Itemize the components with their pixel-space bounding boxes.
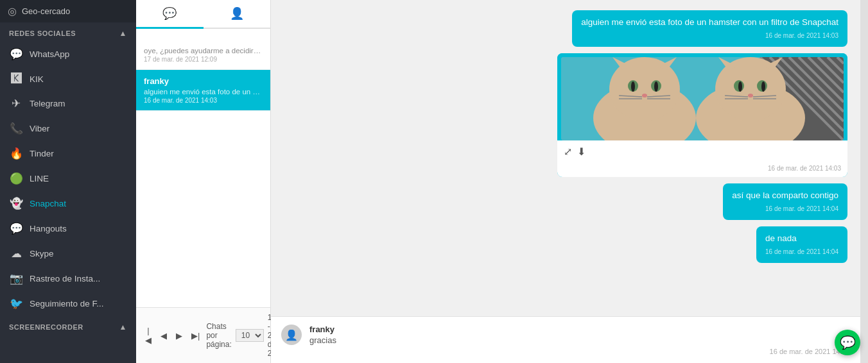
sidebar-item-label: KIK [30,74,44,84]
message-row: 👤 alguien me envió esta foto de un hamst… [284,10,847,47]
sidebar-item-follow[interactable]: 🐦 Seguimiento de F... [0,291,136,316]
chat-time: 16 de mar. de 2021 14:03 [144,97,263,104]
sidebar: ◎ Geo-cercado REDES SOCIALES ▲ 💬 WhatsAp… [0,0,136,363]
sidebar-item-kik[interactable]: 🅺 KIK [0,67,136,91]
reply-bar: 👤 franky gracias 16 de mar. de 2021 14:0… [271,316,860,363]
sidebar-item-snapchat[interactable]: 👻 Snapchat [0,191,136,216]
whatsapp-icon: 💬 [9,47,23,61]
section-social-header: REDES SOCIALES ▲ [0,22,136,42]
chat-name: franky [144,76,263,86]
contact-tab-icon: 👤 [230,6,244,21]
sidebar-item-label: WhatsApp [30,49,69,59]
sidebar-item-label: Seguimiento de F... [30,299,104,308]
image-container [557,53,847,140]
right-scrollbar[interactable] [860,0,868,363]
reply-content: franky gracias 16 de mar. de 2021 14:05 [309,325,850,355]
sidebar-item-telegram[interactable]: ✈ Telegram [0,91,136,116]
chevron-up-icon[interactable]: ▲ [119,29,127,38]
tab-contacts[interactable]: 👤 [204,0,271,29]
telegram-icon: ✈ [9,97,23,110]
chat-messages[interactable]: 👤 alguien me envió esta foto de un hamst… [271,0,860,316]
svg-point-19 [642,94,647,97]
reply-sender: franky [309,325,850,334]
chat-time: 17 de mar. de 2021 12:09 [144,56,263,63]
chat-list-tabs: 💬 👤 [136,0,270,29]
reply-avatar: 👤 [281,325,302,345]
viber-icon: 📞 [9,122,23,135]
sidebar-item-instagram[interactable]: 📷 Rastreo de Insta... [0,266,136,291]
svg-point-17 [631,81,635,92]
message-bubble: alguien me envió esta foto de un hamster… [572,10,847,47]
geo-icon: ◎ [8,5,17,17]
sidebar-item-label: Telegram [30,99,65,108]
expand-image-button[interactable]: ⤢ [564,146,572,158]
prev-page-button[interactable]: ◀ [158,330,169,342]
chat-list-footer: |◀ ◀ ▶ ▶| Chats por página: 10 1 - 2 de … [136,307,270,363]
sidebar-geo-item[interactable]: ◎ Geo-cercado [0,0,136,22]
sidebar-item-skype[interactable]: ☁ Skype [0,241,136,266]
main-area: 💬 👤 clara oye, ¿puedes ayudarme a decidi… [136,0,868,363]
floating-chat-button[interactable]: 💬 [835,330,860,355]
chat-name: clara [144,35,263,45]
message-row-3: así que la comparto contigo 16 de mar. d… [284,183,847,220]
skype-icon: ☁ [9,247,23,260]
sidebar-item-line[interactable]: 🟢 LINE [0,166,136,191]
sidebar-item-tinder[interactable]: 🔥 Tinder [0,141,136,166]
sidebar-item-label: Hangouts [30,224,67,233]
chat-preview: alguien me envió esta foto de un h... [144,88,263,96]
hangouts-icon: 💬 [9,222,23,235]
section-social-label: REDES SOCIALES [9,30,76,37]
download-image-button[interactable]: ⬇ [577,146,586,158]
svg-point-30 [738,81,742,92]
sidebar-item-hangouts[interactable]: 💬 Hangouts [0,216,136,241]
message-time-3: 16 de mar. de 2021 14:04 [732,205,838,214]
chat-list-scroll[interactable]: clara oye, ¿puedes ayudarme a decidir q.… [136,29,270,307]
cat-image [561,57,844,140]
chat-detail: 👤 alguien me envió esta foto de un hamst… [271,0,860,363]
geo-label: Geo-cercado [22,6,70,16]
sidebar-item-label: Skype [30,249,54,258]
chevron-up-icon-2[interactable]: ▲ [119,323,127,332]
next-page-button[interactable]: ▶ [173,330,185,342]
follow-icon: 🐦 [9,297,23,310]
sidebar-item-label: Tinder [30,149,54,158]
image-actions: ⤢ ⬇ [557,140,847,163]
kik-icon: 🅺 [9,72,23,85]
message-bubble-3: así que la comparto contigo 16 de mar. d… [723,183,847,220]
message-text-4: de nada [765,233,838,245]
chat-preview: oye, ¿puedes ayudarme a decidir q... [144,47,263,55]
image-time: 16 de mar. de 2021 14:03 [557,163,847,177]
sidebar-item-label: Rastreo de Insta... [30,274,100,283]
tab-chats[interactable]: 💬 [136,0,204,29]
section-recorder-label: SCREENRECORDER [9,323,83,331]
chat-list-panel: 💬 👤 clara oye, ¿puedes ayudarme a decidi… [136,0,271,363]
sidebar-item-label: LINE [30,174,49,183]
snapchat-icon: 👻 [9,197,23,210]
first-page-button[interactable]: |◀ [143,325,154,346]
sidebar-item-label: Viber [30,124,49,133]
reply-text: gracias [309,335,850,345]
chat-tab-icon: 💬 [162,6,177,21]
instagram-icon: 📷 [9,272,23,285]
chats-per-page-label: Chats por página: [206,322,231,349]
per-page-select[interactable]: 10 [236,329,264,342]
floating-chat-icon: 💬 [840,335,856,350]
message-row-4: de nada 16 de mar. de 2021 14:04 👤 [284,226,847,263]
sidebar-item-label: Snapchat [30,199,66,208]
reply-time: 16 de mar. de 2021 14:05 [309,348,850,355]
message-time: 16 de mar. de 2021 14:03 [581,31,838,40]
last-page-button[interactable]: ▶| [189,330,202,342]
line-icon: 🟢 [9,172,23,185]
message-text-3: así que la comparto contigo [732,190,838,202]
message-time-4: 16 de mar. de 2021 14:04 [765,248,838,257]
sidebar-item-viber[interactable]: 📞 Viber [0,116,136,141]
section-recorder-header: SCREENRECORDER ▲ [0,316,136,335]
message-text: alguien me envió esta foto de un hamster… [581,17,838,29]
chat-item-clara[interactable]: clara oye, ¿puedes ayudarme a decidir q.… [136,29,270,70]
message-row-image: ⤢ ⬇ 16 de mar. de 2021 14:03 👤 [284,53,847,177]
message-bubble-4: de nada 16 de mar. de 2021 14:04 [756,226,847,263]
sidebar-item-whatsapp[interactable]: 💬 WhatsApp [0,42,136,67]
svg-point-32 [748,94,753,97]
svg-point-31 [761,81,765,92]
chat-item-franky[interactable]: franky alguien me envió esta foto de un … [136,70,270,111]
